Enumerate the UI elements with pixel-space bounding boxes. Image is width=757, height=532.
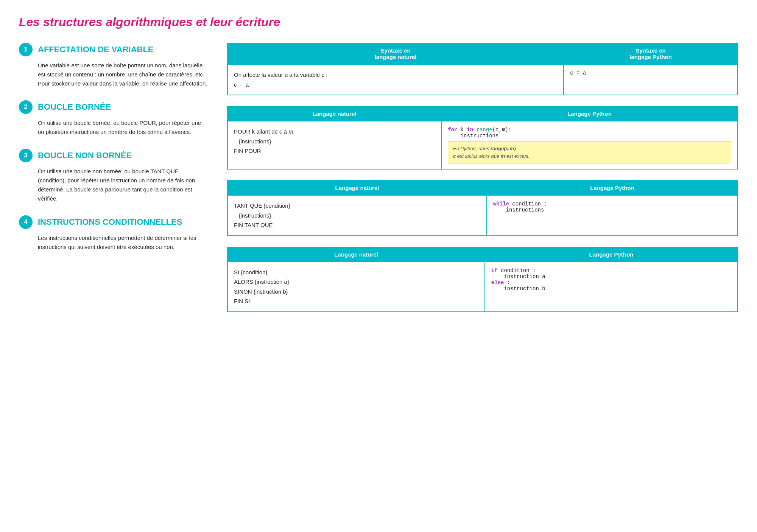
else-keyword: else bbox=[491, 280, 504, 286]
bornee-code: for k in range(c,m): instructions bbox=[448, 127, 731, 139]
th-nonbornee-natural: Langage naturel bbox=[227, 180, 487, 195]
table-row: TANT QUE {condition} {instructions} FIN … bbox=[227, 195, 738, 236]
section-title-2: BOUCLE BORNÉE bbox=[38, 102, 111, 112]
nonbornee-python-cell: while condition : instructions bbox=[487, 195, 738, 236]
page-title: Les structures algorithmiques et leur éc… bbox=[19, 15, 738, 29]
nonbornee-natural-cell: TANT QUE {condition} {instructions} FIN … bbox=[227, 195, 487, 236]
section-4: 4 INSTRUCTIONS CONDITIONNELLES Les instr… bbox=[19, 215, 208, 252]
section-2: 2 BOUCLE BORNÉE On utilise une boucle bo… bbox=[19, 100, 208, 137]
in-keyword: in bbox=[467, 127, 473, 133]
section-number-3: 3 bbox=[19, 149, 33, 162]
table-row: POUR k allant de c à m {instructions} FI… bbox=[227, 121, 738, 169]
cond-python-cell: if condition : instruction a else : inst… bbox=[485, 262, 738, 312]
bornee-natural-cell: POUR k allant de c à m {instructions} FI… bbox=[227, 121, 441, 169]
for-keyword: for bbox=[448, 127, 457, 133]
table-boucle-non-bornee: Langage naturel Langage Python TANT QUE … bbox=[227, 180, 738, 236]
content-wrapper: 1 AFFECTATION DE VARIABLE Une variable e… bbox=[19, 43, 738, 323]
section-number-4: 4 bbox=[19, 215, 33, 229]
if-keyword: if bbox=[491, 268, 498, 274]
affectation-natural-cell: On affecte la valeur a à la variable c :… bbox=[227, 64, 564, 95]
cond-code: if condition : instruction a else : inst… bbox=[491, 268, 731, 292]
right-column: Syntaxe enlangage naturel Syntaxe enlang… bbox=[227, 43, 738, 323]
section-2-header: 2 BOUCLE BORNÉE bbox=[19, 100, 208, 114]
table-row: SI {condition} ALORS {instruction a} SIN… bbox=[227, 262, 738, 312]
section-3-header: 3 BOUCLE NON BORNÉE bbox=[19, 149, 208, 162]
nonbornee-code: while condition : instructions bbox=[493, 201, 731, 213]
section-4-header: 4 INSTRUCTIONS CONDITIONNELLES bbox=[19, 215, 208, 229]
section-body-1: Une variable est une sorte de boîte port… bbox=[38, 61, 208, 88]
range-function: range bbox=[477, 127, 492, 133]
cond-natural-cell: SI {condition} ALORS {instruction a} SIN… bbox=[227, 262, 485, 312]
section-title-1: AFFECTATION DE VARIABLE bbox=[38, 45, 154, 54]
section-body-4: Les instructions conditionnelles permett… bbox=[38, 233, 208, 252]
th-cond-natural: Langage naturel bbox=[227, 247, 485, 262]
section-number-1: 1 bbox=[19, 43, 33, 56]
table-conditionnelles: Langage naturel Langage Python SI {condi… bbox=[227, 247, 738, 312]
th-nonbornee-python: Langage Python bbox=[487, 180, 738, 195]
section-1: 1 AFFECTATION DE VARIABLE Une variable e… bbox=[19, 43, 208, 88]
section-body-3: On utilise une boucle non bornée, ou bou… bbox=[38, 167, 208, 203]
table-affectation: Syntaxe enlangage naturel Syntaxe enlang… bbox=[227, 43, 738, 95]
table-boucle-bornee: Langage naturel Langage Python POUR k al… bbox=[227, 106, 738, 170]
section-1-header: 1 AFFECTATION DE VARIABLE bbox=[19, 43, 208, 56]
section-3: 3 BOUCLE NON BORNÉE On utilise une boucl… bbox=[19, 149, 208, 203]
th-bornee-natural: Langage naturel bbox=[227, 106, 441, 121]
th-cond-python: Langage Python bbox=[485, 247, 738, 262]
th-bornee-python: Langage Python bbox=[441, 106, 738, 121]
th-affectation-natural: Syntaxe enlangage naturel bbox=[227, 43, 564, 64]
table-row: On affecte la valeur a à la variable c :… bbox=[227, 64, 738, 95]
left-column: 1 AFFECTATION DE VARIABLE Une variable e… bbox=[19, 43, 208, 264]
section-title-4: INSTRUCTIONS CONDITIONNELLES bbox=[38, 217, 182, 227]
section-body-2: On utilise une boucle bornée, ou boucle … bbox=[38, 118, 208, 137]
section-title-3: BOUCLE NON BORNÉE bbox=[38, 151, 132, 160]
while-keyword: while bbox=[493, 201, 509, 207]
boucle-note: En Python, dans range(c,m), c est inclus… bbox=[448, 141, 731, 163]
affectation-python-cell: c = a bbox=[564, 64, 738, 95]
th-affectation-python: Syntaxe enlangage Python bbox=[564, 43, 738, 64]
bornee-python-cell: for k in range(c,m): instructions En Pyt… bbox=[441, 121, 738, 169]
section-number-2: 2 bbox=[19, 100, 33, 114]
